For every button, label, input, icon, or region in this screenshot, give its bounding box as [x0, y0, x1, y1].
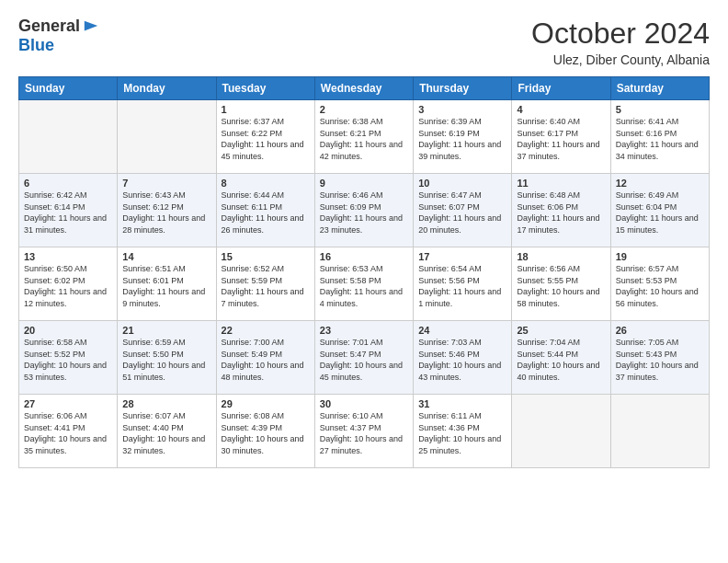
calendar-day-cell: 17 Sunrise: 6:54 AMSunset: 5:56 PMDaylig…: [414, 247, 512, 321]
day-number: 31: [418, 398, 506, 409]
day-info: Sunrise: 6:39 AMSunset: 6:19 PMDaylight:…: [418, 116, 506, 162]
day-number: 3: [418, 104, 506, 115]
calendar-day-cell: 25 Sunrise: 7:04 AMSunset: 5:44 PMDaylig…: [512, 321, 610, 395]
calendar-day-cell: 18 Sunrise: 6:56 AMSunset: 5:55 PMDaylig…: [512, 247, 610, 321]
day-number: 13: [24, 251, 112, 262]
header: General Blue October 2024 Ulez, Diber Co…: [18, 17, 710, 67]
day-number: 19: [616, 251, 704, 262]
day-info: Sunrise: 6:47 AMSunset: 6:07 PMDaylight:…: [418, 190, 506, 236]
calendar-day-cell: [610, 395, 709, 468]
day-number: 12: [616, 178, 704, 189]
calendar-day-cell: 24 Sunrise: 7:03 AMSunset: 5:46 PMDaylig…: [414, 321, 512, 395]
day-number: 18: [517, 251, 605, 262]
day-number: 20: [24, 325, 112, 336]
col-thursday: Thursday: [414, 77, 512, 100]
col-monday: Monday: [118, 77, 216, 100]
day-info: Sunrise: 7:03 AMSunset: 5:46 PMDaylight:…: [418, 337, 506, 383]
day-info: Sunrise: 6:52 AMSunset: 5:59 PMDaylight:…: [222, 263, 310, 309]
day-info: Sunrise: 6:10 AMSunset: 4:37 PMDaylight:…: [320, 410, 408, 456]
calendar-day-cell: 30 Sunrise: 6:10 AMSunset: 4:37 PMDaylig…: [314, 395, 413, 468]
day-info: Sunrise: 6:07 AMSunset: 4:40 PMDaylight:…: [122, 410, 210, 456]
logo-blue-text: Blue: [18, 36, 54, 55]
logo-general-text: General: [18, 17, 80, 36]
day-number: 6: [24, 178, 112, 189]
calendar-week-2: 6 Sunrise: 6:42 AMSunset: 6:14 PMDayligh…: [19, 174, 710, 247]
day-number: 10: [418, 178, 506, 189]
calendar-day-cell: 9 Sunrise: 6:46 AMSunset: 6:09 PMDayligh…: [314, 174, 413, 247]
day-number: 14: [122, 251, 210, 262]
day-info: Sunrise: 6:53 AMSunset: 5:58 PMDaylight:…: [320, 263, 408, 309]
day-info: Sunrise: 6:41 AMSunset: 6:16 PMDaylight:…: [616, 116, 704, 162]
calendar-day-cell: 29 Sunrise: 6:08 AMSunset: 4:39 PMDaylig…: [216, 395, 314, 468]
calendar-day-cell: 6 Sunrise: 6:42 AMSunset: 6:14 PMDayligh…: [19, 174, 118, 247]
day-number: 7: [122, 178, 210, 189]
col-saturday: Saturday: [610, 77, 709, 100]
calendar-week-1: 1 Sunrise: 6:37 AMSunset: 6:22 PMDayligh…: [19, 100, 710, 174]
calendar-day-cell: 7 Sunrise: 6:43 AMSunset: 6:12 PMDayligh…: [118, 174, 216, 247]
day-info: Sunrise: 6:49 AMSunset: 6:04 PMDaylight:…: [616, 190, 704, 236]
calendar-day-cell: 2 Sunrise: 6:38 AMSunset: 6:21 PMDayligh…: [314, 100, 413, 174]
calendar-day-cell: 11 Sunrise: 6:48 AMSunset: 6:06 PMDaylig…: [512, 174, 610, 247]
calendar-day-cell: [19, 100, 118, 174]
day-number: 24: [418, 325, 506, 336]
day-number: 11: [517, 178, 605, 189]
calendar-day-cell: 8 Sunrise: 6:44 AMSunset: 6:11 PMDayligh…: [216, 174, 314, 247]
day-number: 21: [122, 325, 210, 336]
calendar-day-cell: [512, 395, 610, 468]
day-number: 28: [122, 398, 210, 409]
col-sunday: Sunday: [19, 77, 118, 100]
calendar-day-cell: 13 Sunrise: 6:50 AMSunset: 6:02 PMDaylig…: [19, 247, 118, 321]
page: General Blue October 2024 Ulez, Diber Co…: [0, 0, 728, 563]
day-number: 25: [517, 325, 605, 336]
calendar-day-cell: 10 Sunrise: 6:47 AMSunset: 6:07 PMDaylig…: [414, 174, 512, 247]
day-info: Sunrise: 6:37 AMSunset: 6:22 PMDaylight:…: [222, 116, 310, 162]
day-number: 27: [24, 398, 112, 409]
calendar-week-4: 20 Sunrise: 6:58 AMSunset: 5:52 PMDaylig…: [19, 321, 710, 395]
calendar-day-cell: 1 Sunrise: 6:37 AMSunset: 6:22 PMDayligh…: [216, 100, 314, 174]
day-number: 2: [320, 104, 408, 115]
col-friday: Friday: [512, 77, 610, 100]
day-info: Sunrise: 6:54 AMSunset: 5:56 PMDaylight:…: [418, 263, 506, 309]
subtitle: Ulez, Diber County, Albania: [531, 52, 710, 67]
day-info: Sunrise: 6:58 AMSunset: 5:52 PMDaylight:…: [24, 337, 112, 383]
day-info: Sunrise: 6:56 AMSunset: 5:55 PMDaylight:…: [517, 263, 605, 309]
calendar-week-3: 13 Sunrise: 6:50 AMSunset: 6:02 PMDaylig…: [19, 247, 710, 321]
col-tuesday: Tuesday: [216, 77, 314, 100]
day-info: Sunrise: 6:44 AMSunset: 6:11 PMDaylight:…: [222, 190, 310, 236]
calendar-day-cell: [118, 100, 216, 174]
day-number: 17: [418, 251, 506, 262]
day-number: 5: [616, 104, 704, 115]
calendar-day-cell: 4 Sunrise: 6:40 AMSunset: 6:17 PMDayligh…: [512, 100, 610, 174]
col-wednesday: Wednesday: [314, 77, 413, 100]
day-info: Sunrise: 6:59 AMSunset: 5:50 PMDaylight:…: [122, 337, 210, 383]
logo: General Blue: [18, 17, 99, 55]
calendar-day-cell: 20 Sunrise: 6:58 AMSunset: 5:52 PMDaylig…: [19, 321, 118, 395]
calendar-day-cell: 16 Sunrise: 6:53 AMSunset: 5:58 PMDaylig…: [314, 247, 413, 321]
day-info: Sunrise: 6:48 AMSunset: 6:06 PMDaylight:…: [517, 190, 605, 236]
day-number: 1: [222, 104, 310, 115]
day-number: 9: [320, 178, 408, 189]
day-number: 8: [222, 178, 310, 189]
day-number: 30: [320, 398, 408, 409]
day-info: Sunrise: 7:00 AMSunset: 5:49 PMDaylight:…: [222, 337, 310, 383]
month-title: October 2024: [531, 17, 710, 51]
day-number: 23: [320, 325, 408, 336]
calendar-day-cell: 26 Sunrise: 7:05 AMSunset: 5:43 PMDaylig…: [610, 321, 709, 395]
calendar-day-cell: 3 Sunrise: 6:39 AMSunset: 6:19 PMDayligh…: [414, 100, 512, 174]
day-info: Sunrise: 6:08 AMSunset: 4:39 PMDaylight:…: [222, 410, 310, 456]
day-number: 29: [222, 398, 310, 409]
calendar-day-cell: 19 Sunrise: 6:57 AMSunset: 5:53 PMDaylig…: [610, 247, 709, 321]
calendar-day-cell: 27 Sunrise: 6:06 AMSunset: 4:41 PMDaylig…: [19, 395, 118, 468]
day-info: Sunrise: 7:05 AMSunset: 5:43 PMDaylight:…: [616, 337, 704, 383]
day-info: Sunrise: 6:06 AMSunset: 4:41 PMDaylight:…: [24, 410, 112, 456]
calendar-header-row: Sunday Monday Tuesday Wednesday Thursday…: [19, 77, 710, 100]
day-number: 16: [320, 251, 408, 262]
title-section: October 2024 Ulez, Diber County, Albania: [531, 17, 710, 67]
day-info: Sunrise: 7:01 AMSunset: 5:47 PMDaylight:…: [320, 337, 408, 383]
day-info: Sunrise: 6:42 AMSunset: 6:14 PMDaylight:…: [24, 190, 112, 236]
day-number: 4: [517, 104, 605, 115]
day-number: 15: [222, 251, 310, 262]
calendar-table: Sunday Monday Tuesday Wednesday Thursday…: [18, 76, 710, 468]
calendar-day-cell: 23 Sunrise: 7:01 AMSunset: 5:47 PMDaylig…: [314, 321, 413, 395]
calendar-day-cell: 31 Sunrise: 6:11 AMSunset: 4:36 PMDaylig…: [414, 395, 512, 468]
